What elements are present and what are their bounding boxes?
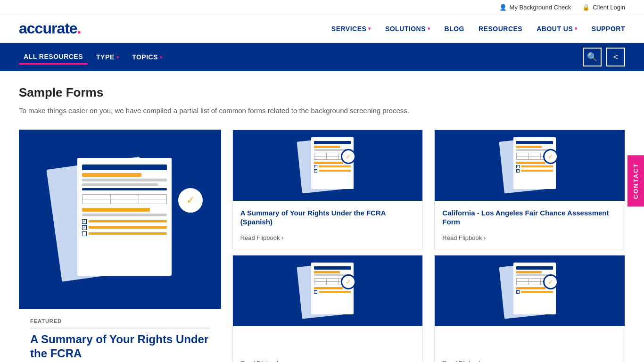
chevron-down-icon: ▾ [160, 55, 163, 60]
logo-text: accurate [19, 20, 77, 37]
doc-illustration: ✓ ✓ [40, 144, 200, 295]
nav-services[interactable]: SERVICES ▾ [331, 25, 371, 33]
my-background-check-link[interactable]: 👤 My Background Check [499, 4, 571, 11]
card-1-image: ✓ ✓ ✓ [233, 130, 423, 201]
page-description: To make things easier on you, we have co… [19, 106, 625, 116]
featured-title: A Summary of Your Rights Under the FCRA [30, 332, 210, 361]
search-icon: 🔍 [587, 52, 597, 62]
nav-about-us[interactable]: ABOUT US ▾ [537, 25, 578, 33]
doc-main: ✓ ✓ [77, 158, 172, 276]
chevron-down-icon: ▾ [428, 26, 430, 31]
right-cards: ✓ ✓ ✓ A Summa [221, 130, 625, 362]
card-3-image: ✓ ✓ [233, 255, 423, 326]
logo-dot: . [77, 20, 81, 37]
logo: accurate. [19, 20, 81, 37]
card-4-image: ✓ ✓ [435, 255, 625, 326]
card-4[interactable]: ✓ ✓ Read Flipbook › [434, 255, 625, 362]
card-1-link[interactable]: Read Flipbook › [240, 234, 415, 241]
share-button[interactable]: < [606, 48, 625, 66]
small-doc-wrap: ✓ ✓ ✓ [292, 135, 363, 196]
filter-right: 🔍 < [583, 48, 625, 66]
share-icon: < [613, 52, 619, 62]
nav-blog[interactable]: BLOG [445, 25, 464, 33]
client-login-link[interactable]: 🔒 Client Login [582, 4, 625, 11]
nav-links: SERVICES ▾ SOLUTIONS ▾ BLOG RESOURCES AB… [331, 25, 625, 33]
card-4-title [442, 334, 617, 354]
featured-card-body: FEATURED A Summary of Your Rights Under … [19, 309, 221, 362]
featured-label: FEATURED [30, 318, 210, 329]
small-doc-wrap-4: ✓ ✓ [495, 260, 565, 321]
card-3-link[interactable]: Read Flipbook › [240, 360, 415, 362]
card-2[interactable]: ✓ ✓ ✓ Califor [434, 130, 625, 249]
top-bar: 👤 My Background Check 🔒 Client Login [0, 0, 644, 15]
card-3-title [240, 334, 415, 354]
card-2-body: California - Los Angeles Fair Chance Ass… [435, 201, 625, 249]
card-4-body: Read Flipbook › [435, 326, 625, 362]
contact-button[interactable]: CONTACT [627, 156, 644, 207]
card-3-body: Read Flipbook › [233, 326, 423, 362]
client-login-label: Client Login [593, 4, 625, 11]
card-2-title: California - Los Angeles Fair Chance Ass… [442, 208, 617, 229]
chevron-down-icon: ▾ [575, 26, 578, 31]
nav-support[interactable]: SUPPORT [592, 25, 625, 33]
card-4-link[interactable]: Read Flipbook › [442, 360, 617, 362]
chevron-down-icon: ▾ [368, 26, 371, 31]
nav-resources[interactable]: RESOURCES [479, 25, 522, 33]
filter-left: ALL RESOURCES Type ▾ Topics ▾ [19, 50, 167, 65]
chevron-down-icon: ▾ [116, 55, 119, 60]
doc-stamp: ✓ [176, 186, 205, 214]
featured-card-image: ✓ ✓ [19, 130, 221, 309]
search-button[interactable]: 🔍 [583, 48, 602, 66]
filter-all-resources[interactable]: ALL RESOURCES [19, 50, 88, 65]
card-1-body: A Summary of Your Rights Under the FCRA … [233, 201, 423, 249]
content-area: Sample Forms To make things easier on yo… [0, 71, 644, 362]
small-doc-wrap-2: ✓ ✓ ✓ [495, 135, 565, 196]
small-doc-wrap-3: ✓ ✓ [292, 260, 363, 321]
filter-topics[interactable]: Topics ▾ [127, 50, 167, 64]
card-2-image: ✓ ✓ ✓ [435, 130, 625, 201]
user-icon: 👤 [499, 4, 507, 11]
card-1-title: A Summary of Your Rights Under the FCRA … [240, 208, 415, 229]
lock-icon: 🔒 [582, 4, 590, 11]
card-1[interactable]: ✓ ✓ ✓ A Summa [232, 130, 423, 249]
main-nav: accurate. SERVICES ▾ SOLUTIONS ▾ BLOG RE… [0, 15, 644, 43]
featured-card[interactable]: ✓ ✓ [19, 130, 221, 362]
filter-type[interactable]: Type ▾ [91, 50, 124, 64]
page-title: Sample Forms [19, 85, 625, 100]
card-2-link[interactable]: Read Flipbook › [442, 234, 617, 241]
card-3[interactable]: ✓ ✓ Read Flipbook › [232, 255, 423, 362]
filter-bar: ALL RESOURCES Type ▾ Topics ▾ 🔍 < [0, 43, 644, 71]
cards-grid: ✓ ✓ [19, 130, 625, 362]
nav-solutions[interactable]: SOLUTIONS ▾ [385, 25, 430, 33]
my-background-check-label: My Background Check [510, 4, 571, 11]
